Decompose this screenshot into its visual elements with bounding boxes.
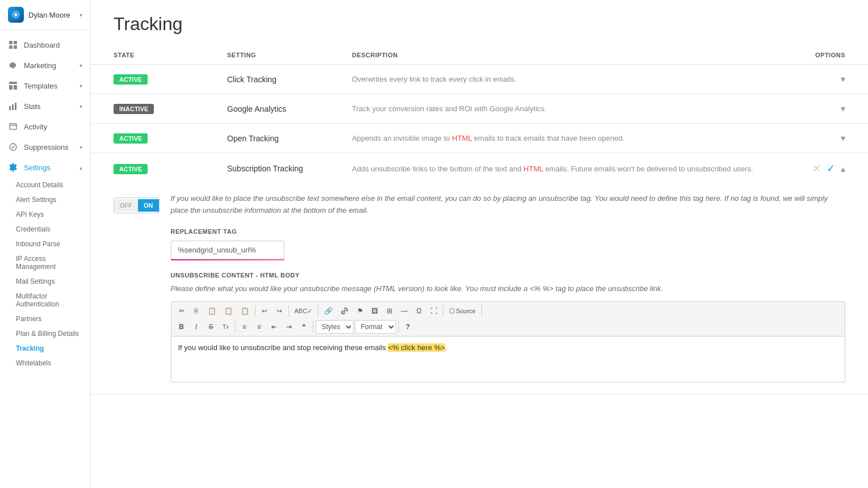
toolbar-strikethrough-btn[interactable]: S — [204, 320, 218, 334]
svg-rect-4 — [14, 45, 17, 49]
subnav-plan-billing[interactable]: Plan & Billing Details — [8, 326, 90, 341]
subscription-toggle-container: OFF ON — [114, 195, 160, 213]
toolbar-sep-2 — [288, 305, 289, 317]
sidebar-item-activity[interactable]: Activity — [0, 116, 90, 137]
open-tracking-chevron[interactable]: ▾ — [841, 133, 845, 144]
toolbar-blockquote-btn[interactable]: ❝ — [297, 320, 311, 334]
page-title: Tracking — [91, 0, 868, 46]
toolbar-outdent-btn[interactable]: ⇤ — [267, 320, 281, 334]
svg-rect-6 — [9, 82, 17, 84]
open-tracking-name: Open Tracking — [227, 134, 352, 143]
subnav-tracking[interactable]: Tracking — [8, 341, 90, 356]
toolbar-italic-btn[interactable]: I — [190, 320, 203, 334]
toolbar-ordered-list-btn[interactable]: ≡ — [238, 320, 251, 334]
subnav-account-details[interactable]: Account Details — [8, 178, 90, 192]
sidebar-item-settings[interactable]: Settings ▴ — [0, 157, 90, 178]
toolbar-copy-btn[interactable]: ⎘ — [190, 304, 203, 318]
subnav-inbound-parse[interactable]: Inbound Parse — [8, 237, 90, 251]
toolbar-undo-btn[interactable]: ↩ — [258, 304, 271, 318]
svg-rect-1 — [9, 41, 12, 44]
col-options: OPTIONS — [800, 52, 845, 58]
sidebar-item-settings-label: Settings — [24, 163, 51, 172]
sidebar-item-suppressions[interactable]: Suppressions ▾ — [0, 137, 90, 157]
svg-rect-3 — [9, 45, 12, 49]
editor-toolbar: ✂ ⎘ 📋 📋 📋 ↩ ↪ ABC✓ 🔗 — [171, 302, 845, 336]
rich-text-editor: ✂ ⎘ 📋 📋 📋 ↩ ↪ ABC✓ 🔗 — [171, 301, 846, 382]
sidebar-username: Dylan Moore — [28, 11, 70, 19]
html-link-2: HTML — [523, 165, 543, 173]
toolbar-source-btn[interactable]: ⬡ Source — [446, 304, 479, 318]
toolbar-charmap-btn[interactable]: Ω — [412, 304, 426, 318]
toolbar-sep-4 — [443, 305, 443, 317]
toolbar-paste-word-btn[interactable]: 📋 — [237, 304, 253, 318]
format-select[interactable]: Format — [355, 320, 396, 334]
sidebar-item-dashboard[interactable]: Dashboard — [0, 35, 90, 55]
col-setting: SETTING — [227, 52, 352, 58]
toolbar-removeformat-btn[interactable]: Tx — [219, 320, 233, 334]
toolbar-hline-btn[interactable]: — — [397, 304, 411, 318]
toolbar-unlink-btn[interactable] — [337, 304, 352, 318]
sidebar-item-stats[interactable]: Stats ▾ — [0, 96, 90, 116]
toolbar-cut-btn[interactable]: ✂ — [175, 304, 188, 318]
replacement-tag-input[interactable] — [171, 241, 284, 259]
subnav-whitelabels[interactable]: Whitelabels — [8, 356, 90, 371]
toolbar-paste-plain-btn[interactable]: 📋 — [221, 304, 236, 318]
subnav-api-keys[interactable]: API Keys — [8, 207, 90, 222]
sidebar-item-templates[interactable]: Templates ▾ — [0, 75, 90, 96]
click-tracking-badge: ACTIVE — [114, 74, 148, 85]
toolbar-bold-btn[interactable]: B — [175, 320, 188, 334]
click-tracking-name: Click Tracking — [227, 75, 352, 84]
subscription-toggle[interactable]: OFF ON — [114, 197, 160, 213]
toolbar-table-btn[interactable]: ⊞ — [383, 304, 396, 318]
subscription-tracking-description: Adds unsubscribe links to the bottom of … — [352, 165, 800, 173]
subnav-ip-access[interactable]: IP Access Management — [8, 251, 90, 274]
subnav-credentials[interactable]: Credentials — [8, 222, 90, 237]
toolbar-help-btn[interactable]: ? — [401, 320, 415, 334]
subnav-alert-settings[interactable]: Alert Settings — [8, 192, 90, 207]
stats-icon — [8, 101, 18, 111]
subnav-mail-settings[interactable]: Mail Settings — [8, 274, 90, 289]
subnav-partners[interactable]: Partners — [8, 312, 90, 326]
styles-select[interactable]: Styles — [316, 320, 354, 334]
subscription-check-icon[interactable]: ✓ — [827, 162, 835, 175]
subscription-close-icon[interactable]: ✕ — [812, 162, 821, 175]
toggle-on-btn[interactable]: ON — [138, 199, 159, 212]
subscription-expand-description: If you would like to place the unsubscri… — [171, 193, 846, 217]
toolbar-link-btn[interactable]: 🔗 — [321, 304, 336, 318]
sidebar-item-suppressions-label: Suppressions — [24, 143, 69, 152]
subscription-chevron[interactable]: ▴ — [841, 163, 845, 174]
toolbar-spellcheck-btn[interactable]: ABC✓ — [291, 304, 316, 318]
svg-rect-5 — [14, 64, 16, 67]
toolbar-sep-5 — [481, 305, 482, 317]
replacement-tag-label: REPLACEMENT TAG — [171, 228, 846, 235]
toolbar-fullscreen-btn[interactable]: ⛶ — [427, 304, 441, 318]
editor-body[interactable]: If you would like to unsubscribe and sto… — [171, 336, 845, 382]
toolbar-unordered-list-btn[interactable]: ≡ — [253, 320, 266, 334]
templates-icon — [8, 81, 18, 91]
unsub-content-label: UNSUBSCRIBE CONTENT - HTML BODY — [171, 272, 846, 279]
click-tracking-chevron[interactable]: ▾ — [841, 74, 845, 85]
google-analytics-state: INACTIVE — [114, 103, 227, 114]
google-analytics-chevron[interactable]: ▾ — [841, 103, 845, 114]
settings-arrow: ▴ — [79, 165, 82, 171]
unsub-description: Please define what you would like your u… — [171, 283, 846, 295]
subscription-tracking-name: Subscription Tracking — [227, 164, 352, 173]
toolbar-redo-btn[interactable]: ↪ — [272, 304, 286, 318]
settings-icon — [8, 162, 18, 173]
toolbar-paste-btn[interactable]: 📋 — [204, 304, 220, 318]
sidebar-item-marketing[interactable]: Marketing ▾ — [0, 55, 90, 75]
subnav-multifactor[interactable]: Multifactor Authentication — [8, 289, 90, 312]
toolbar-sep-6 — [235, 321, 236, 333]
source-label: Source — [456, 308, 476, 314]
svg-rect-11 — [15, 103, 16, 110]
subscription-actions: ✕ ✓ ▴ — [812, 162, 845, 175]
user-menu-arrow[interactable]: ▾ — [79, 12, 82, 18]
toolbar-image-btn[interactable]: 🖼 — [368, 304, 381, 318]
suppressions-icon — [8, 142, 18, 152]
toolbar-indent-btn[interactable]: ⇥ — [282, 320, 296, 334]
unsub-link-placeholder: <% click here %> — [388, 343, 445, 352]
toolbar-sep-1 — [255, 305, 255, 317]
toolbar-anchor-btn[interactable]: ⚑ — [353, 304, 367, 318]
toggle-off-btn[interactable]: OFF — [114, 199, 138, 212]
suppressions-arrow: ▾ — [79, 144, 82, 150]
